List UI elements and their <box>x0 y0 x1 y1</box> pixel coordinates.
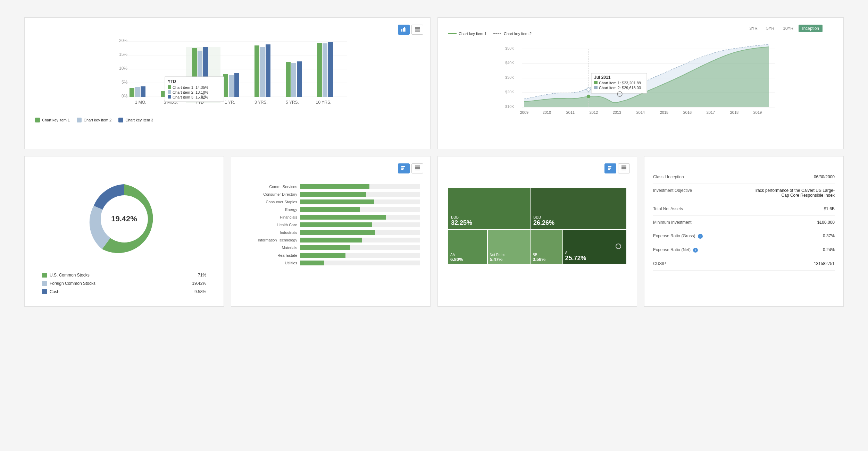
tab-inception[interactable]: Inception <box>799 25 823 32</box>
treemap-table-button[interactable] <box>618 163 630 173</box>
treemap-bar-button[interactable] <box>604 163 616 173</box>
info-value-cusip: 131582751 <box>748 261 835 266</box>
donut-legend: U.S. Common Stocks 71% Foreign Common St… <box>35 271 213 296</box>
svg-rect-13 <box>130 88 134 97</box>
x-2015: 2015 <box>660 110 668 114</box>
svg-rect-4 <box>415 27 420 28</box>
legend-label-1: Chart key item 1 <box>42 118 70 122</box>
table-icon <box>415 27 420 32</box>
legend-color-1 <box>35 118 40 122</box>
y-40k: $40K <box>505 61 514 65</box>
line-tooltip-row2: Chart item 2: $29,618.03 <box>599 86 641 90</box>
donut-legend-row-1: U.S. Common Stocks 71% <box>35 271 213 279</box>
bar-view-button[interactable] <box>398 25 410 35</box>
info-icon-gross[interactable]: i <box>698 234 703 239</box>
treemap-cell-bbb2: BBB 26.26% <box>531 188 626 229</box>
hbar-row-financials: Financials <box>242 215 420 220</box>
table-view-button[interactable] <box>411 25 423 35</box>
line-key-2: Chart key item 2 <box>493 32 532 36</box>
info-label-expense-gross: Expense Ratio (Gross) i <box>653 233 741 239</box>
legend-label-2: Chart key item 2 <box>84 118 111 122</box>
bar-chart-legend: Chart key item 1 Chart key item 2 Chart … <box>35 118 420 122</box>
hbar-row-it: Information Technology <box>242 238 420 242</box>
donut-legend-row-3: Cash 9.58% <box>35 288 213 296</box>
legend-item-3: Chart key item 3 <box>118 118 153 122</box>
svg-rect-2 <box>404 27 405 32</box>
x-label-1yr: 1 YR. <box>225 100 235 105</box>
hbar-row-comm: Comm. Services <box>242 184 420 189</box>
hbar-fill-consumer-stap <box>300 199 374 204</box>
svg-rect-54 <box>415 165 420 167</box>
treemap-rating-bbb2: BBB <box>533 215 624 219</box>
svg-rect-6 <box>415 29 420 31</box>
treemap-bar-icon <box>608 165 613 170</box>
hbar-label-health: Health Care <box>242 223 297 227</box>
y-50k: $50K <box>505 46 514 50</box>
treemap-rating-notrated: Not Rated <box>490 253 528 257</box>
donut-color-2 <box>42 281 47 286</box>
legend-color-2 <box>77 118 82 122</box>
svg-rect-15 <box>141 86 145 97</box>
line-key-label-2: Chart key item 2 <box>504 32 532 36</box>
svg-rect-36 <box>168 85 171 89</box>
legend-color-3 <box>118 118 123 122</box>
y-30k: $30K <box>505 75 514 79</box>
treemap-cell-aa: AA 6.80% <box>448 230 487 264</box>
hbar-fill-utilities <box>300 261 324 265</box>
x-label-5yrs: 5 YRS. <box>286 100 299 105</box>
hbar-fill-realestate <box>300 253 345 258</box>
donut-label-2: Foreign Common Stocks <box>50 281 95 286</box>
tab-5yr[interactable]: 5YR <box>763 25 778 32</box>
treemap-row-1: BBB 32.25% BBB 26.26% <box>448 188 626 229</box>
tooltip-dot-2 <box>587 88 590 91</box>
treemap-cell-notrated: Not Rated 5.47% <box>488 230 530 264</box>
tab-3yr[interactable]: 3YR <box>746 25 761 32</box>
hbar-label-utilities: Utilities <box>242 261 297 265</box>
hbar-fill-financials <box>300 215 386 220</box>
hbar-track-it <box>300 238 420 242</box>
legend-item-2: Chart key item 2 <box>77 118 111 122</box>
hbar-table-button[interactable] <box>411 163 423 173</box>
x-2014: 2014 <box>636 110 645 114</box>
info-label-netassets: Total Net Assets <box>653 206 741 211</box>
line-chart-panel: Chart key item 1 Chart key item 2 3YR 5Y… <box>437 17 844 149</box>
svg-rect-52 <box>401 166 405 167</box>
svg-rect-7 <box>415 31 420 32</box>
tab-10yr[interactable]: 10YR <box>779 25 797 32</box>
info-row-inception: Class I Inception 06/30/2000 <box>653 170 835 184</box>
info-icon-net[interactable]: i <box>693 248 698 253</box>
info-value-expense-gross: 0.37% <box>748 233 835 238</box>
tooltip-dot-1 <box>587 95 590 98</box>
hbar-bar-icon <box>401 165 406 170</box>
info-value-mininvest: $100,000 <box>748 220 835 225</box>
hbar-container: Comm. Services Consumer Directory Consum… <box>242 184 420 265</box>
svg-rect-28 <box>266 44 270 97</box>
legend-label-3: Chart key item 3 <box>125 118 153 122</box>
hbar-row-consumer-stap: Consumer Staples <box>242 199 420 204</box>
hbar-bar-button[interactable] <box>398 163 410 173</box>
hbar-label-consumer-dir: Consumer Directory <box>242 192 297 196</box>
line-tooltip-row1: Chart item 1: $23,201.89 <box>599 81 641 85</box>
info-row-netassets: Total Net Assets $1.6B <box>653 202 835 216</box>
svg-rect-25 <box>234 73 239 97</box>
y-axis-0: 0% <box>122 94 128 99</box>
svg-rect-34 <box>328 42 333 97</box>
hbar-fill-energy <box>300 207 360 212</box>
hbar-label-materials: Materials <box>242 246 297 250</box>
svg-rect-57 <box>415 170 420 170</box>
hbar-toolbar <box>398 163 423 173</box>
bar-chart-svg: 20% 15% 10% 5% 0% 1 MO. 3 MOS. <box>35 35 420 111</box>
svg-rect-33 <box>323 43 327 97</box>
bar-chart-toolbar <box>398 25 423 35</box>
svg-rect-38 <box>168 95 171 99</box>
svg-rect-24 <box>229 75 234 97</box>
x-2010: 2010 <box>543 110 551 114</box>
svg-rect-30 <box>291 63 296 97</box>
treemap-container: BBB 32.25% BBB 26.26% AA 6.80% Not <box>448 188 626 264</box>
info-label-expense-net: Expense Ratio (Net) i <box>653 247 741 253</box>
x-2017: 2017 <box>707 110 715 114</box>
donut-color-1 <box>42 273 47 278</box>
info-table: Class I Inception 06/30/2000 Investment … <box>653 170 835 271</box>
line-key-label-1: Chart key item 1 <box>459 32 486 36</box>
donut-value-2: 19.42% <box>192 281 206 286</box>
